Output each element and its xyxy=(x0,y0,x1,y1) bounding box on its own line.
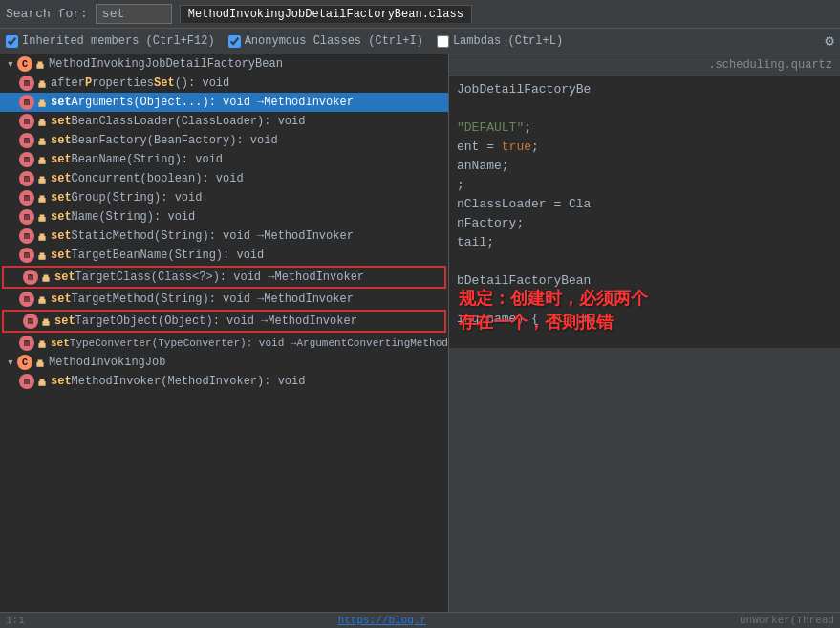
method-text: setBeanFactory(BeanFactory): void xyxy=(51,134,278,147)
class-name-2: MethodInvokingJob xyxy=(49,356,165,369)
search-tab-class[interactable]: MethodInvokingJobDetailFactoryBean.class xyxy=(180,5,472,23)
list-item[interactable]: m setTypeConverter(TypeConverter): void … xyxy=(0,334,448,353)
anonymous-checkbox[interactable] xyxy=(228,35,241,48)
list-item[interactable]: m afterPropertiesSet(): void xyxy=(0,74,448,93)
annotation-line1: 规定：创建时，必须两个 xyxy=(459,287,648,311)
tree-root-class-2[interactable]: ▾ C MethodInvokingJob xyxy=(0,353,448,372)
method-text: setConcurrent(boolean): void xyxy=(51,172,244,185)
code-line: anName; xyxy=(457,157,832,176)
method-text: setGroup(String): void xyxy=(51,191,202,205)
method-text: setTargetBeanName(String): void xyxy=(51,249,264,262)
lock-icon xyxy=(36,249,48,261)
anonymous-label: Anonymous Classes (Ctrl+I) xyxy=(245,34,423,48)
chinese-annotation: 规定：创建时，必须两个 存在一个，否则报错 xyxy=(459,287,648,335)
annotation-line2: 存在一个，否则报错 xyxy=(459,311,648,335)
lock-icon xyxy=(36,192,48,204)
method-badge: m xyxy=(19,152,34,167)
expand-arrow-2: ▾ xyxy=(4,356,17,369)
code-line: nFactory; xyxy=(457,214,832,233)
list-item[interactable]: m setBeanFactory(BeanFactory): void xyxy=(0,131,448,150)
inherited-label: Inherited members (Ctrl+F12) xyxy=(22,34,215,48)
inherited-checkbox-label[interactable]: Inherited members (Ctrl+F12) xyxy=(6,34,215,48)
method-badge: m xyxy=(19,292,34,307)
main-area: ▾ C MethodInvokingJobDetailFactoryBean m… xyxy=(0,54,840,612)
tree-root-class[interactable]: ▾ C MethodInvokingJobDetailFactoryBean xyxy=(0,54,448,74)
method-text: setTypeConverter(TypeConverter): void →A… xyxy=(51,337,448,349)
lock-icon xyxy=(36,97,48,108)
method-badge: m xyxy=(19,95,34,110)
right-panel: .scheduling.quartz JobDetailFactoryBe "D… xyxy=(449,54,840,612)
status-suffix: unWorker(Thread xyxy=(740,615,834,626)
anonymous-checkbox-label[interactable]: Anonymous Classes (Ctrl+I) xyxy=(228,34,423,48)
inherited-checkbox[interactable] xyxy=(6,35,18,48)
code-editor-bottom xyxy=(449,348,840,612)
method-text: afterPropertiesSet(): void xyxy=(51,76,229,90)
class-name: MethodInvokingJobDetailFactoryBean xyxy=(49,57,283,71)
lock-icon xyxy=(36,173,48,184)
lambdas-label: Lambdas (Ctrl+L) xyxy=(453,34,563,48)
method-badge: m xyxy=(19,209,34,225)
status-bar: 1:1 https://blog.r unWorker(Thread xyxy=(0,612,840,628)
search-bar: Search for: MethodInvokingJobDetailFacto… xyxy=(0,0,840,29)
method-badge: m xyxy=(19,171,34,186)
lock-icon xyxy=(36,211,48,223)
method-text: setArguments(Object...): void →MethodInv… xyxy=(51,96,354,109)
method-badge: m xyxy=(19,133,34,148)
list-item[interactable]: m setArguments(Object...): void →MethodI… xyxy=(0,93,448,112)
class-badge: C xyxy=(17,56,32,72)
list-item[interactable]: m setGroup(String): void xyxy=(0,188,448,207)
class-badge-2: C xyxy=(17,355,32,370)
search-label: Search for: xyxy=(6,7,88,21)
method-text: setMethodInvoker(MethodInvoker): void xyxy=(51,375,305,388)
method-text: setTargetObject(Object): void →MethodInv… xyxy=(54,314,357,328)
list-item[interactable]: m setBeanName(String): void xyxy=(0,150,448,169)
right-panel-breadcrumb: .scheduling.quartz xyxy=(449,54,840,76)
method-badge: m xyxy=(23,314,38,329)
method-text: setBeanClassLoader(ClassLoader): void xyxy=(51,115,305,128)
method-badge: m xyxy=(19,374,34,389)
lock-icon xyxy=(36,116,48,127)
lock-icon xyxy=(36,154,48,165)
lock-icon xyxy=(36,135,48,146)
method-text: setBeanName(String): void xyxy=(51,153,223,166)
options-bar: Inherited members (Ctrl+F12) Anonymous C… xyxy=(0,29,840,54)
code-line xyxy=(457,99,832,119)
code-line: "DEFAULT"; xyxy=(457,119,832,138)
list-item[interactable]: m setStaticMethod(String): void →MethodI… xyxy=(0,227,448,246)
list-item[interactable]: m setTargetClass(Class<?>): void →Method… xyxy=(4,268,444,287)
expand-arrow: ▾ xyxy=(4,57,17,71)
list-item[interactable]: m setName(String): void xyxy=(0,207,448,227)
list-item[interactable]: m setConcurrent(boolean): void xyxy=(0,169,448,188)
method-badge: m xyxy=(19,248,34,263)
gear-icon[interactable]: ⚙ xyxy=(825,32,834,51)
lambdas-checkbox[interactable] xyxy=(437,35,449,48)
method-text: setName(String): void xyxy=(51,210,195,224)
list-item[interactable]: m setTargetMethod(String): void →MethodI… xyxy=(0,290,448,309)
code-line: JobDetailFactoryBe xyxy=(457,80,832,99)
lambdas-checkbox-label[interactable]: Lambdas (Ctrl+L) xyxy=(437,34,563,48)
lock-icon xyxy=(36,376,48,387)
method-badge: m xyxy=(19,228,34,244)
list-item[interactable]: m setBeanClassLoader(ClassLoader): void xyxy=(0,112,448,131)
list-item[interactable]: m setTargetObject(Object): void →MethodI… xyxy=(4,312,444,331)
method-badge: m xyxy=(19,336,34,351)
code-line: nClassLoader = Cla xyxy=(457,195,832,214)
method-text: setTargetMethod(String): void →MethodInv… xyxy=(51,292,354,306)
search-input[interactable] xyxy=(96,4,172,24)
lock-icon xyxy=(36,77,48,89)
lock-icon xyxy=(40,271,52,283)
code-area: JobDetailFactoryBe "DEFAULT"; ent = true… xyxy=(449,76,840,348)
method-text: setTargetClass(Class<?>): void →MethodIn… xyxy=(54,271,364,284)
code-line xyxy=(457,252,832,271)
lock-icon xyxy=(36,337,48,349)
lock-icon xyxy=(36,293,48,305)
status-url[interactable]: https://blog.r xyxy=(338,615,426,626)
method-badge: m xyxy=(19,114,34,129)
left-panel: ▾ C MethodInvokingJobDetailFactoryBean m… xyxy=(0,54,449,612)
method-badge: m xyxy=(23,270,38,285)
list-item[interactable]: m setTargetBeanName(String): void xyxy=(0,246,448,265)
method-text: setStaticMethod(String): void →MethodInv… xyxy=(51,229,354,243)
lock-icon-2 xyxy=(34,357,46,368)
cursor-position: 1:1 xyxy=(6,615,25,626)
list-item[interactable]: m setMethodInvoker(MethodInvoker): void xyxy=(0,372,448,391)
